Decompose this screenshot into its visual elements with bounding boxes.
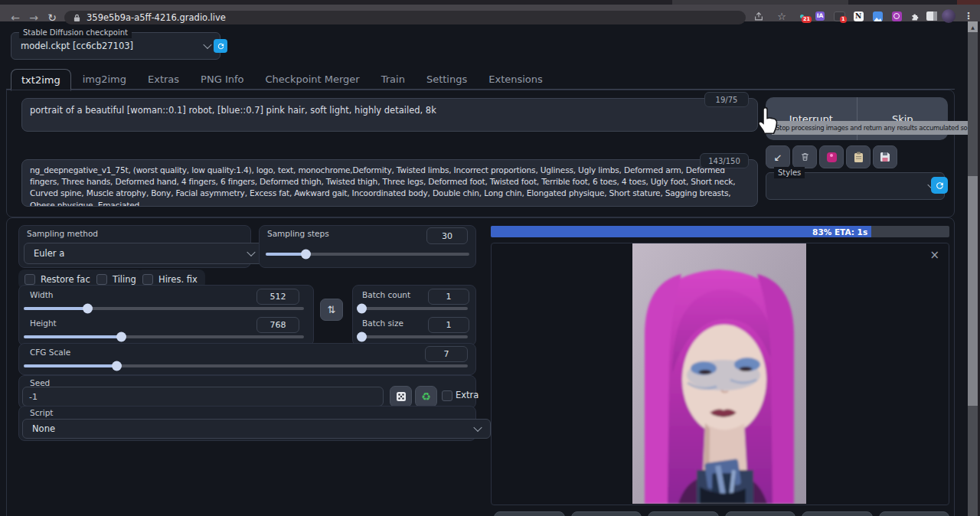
recycle-icon: ♻ [421, 390, 431, 403]
styles-dropdown[interactable]: Styles [766, 172, 945, 200]
address-bar[interactable]: 359e5b9a-a5ff-4216.gradio.live [64, 11, 746, 24]
tooltip: Stop processing images and return any re… [772, 121, 968, 135]
batch-count-value[interactable]: 1 [428, 289, 469, 305]
floppy-save-icon [880, 152, 890, 162]
sidebar-panel-icon[interactable] [925, 11, 939, 21]
close-preview-icon[interactable]: × [929, 248, 939, 262]
scrollbar-up-arrow[interactable]: ▲ [968, 21, 978, 32]
extension-image-icon[interactable] [871, 11, 884, 21]
generated-image[interactable] [632, 243, 806, 504]
palette-icon [827, 152, 837, 162]
sampling-steps-slider[interactable] [266, 250, 469, 258]
checkbox-icon [142, 274, 153, 285]
url-text: 359e5b9a-a5ff-4216.gradio.live [87, 12, 226, 23]
seed-extra-label: Extra [456, 390, 479, 400]
random-seed-button[interactable] [390, 386, 412, 407]
puzzle-extensions-icon[interactable] [908, 11, 922, 21]
script-dropdown[interactable]: None [22, 419, 491, 439]
seed-extra-checkbox[interactable] [442, 390, 452, 401]
checkpoint-label: Stable Diffusion checkpoint [19, 27, 132, 38]
tab-settings[interactable]: Settings [416, 69, 477, 90]
browser-menu-icon[interactable]: ⋮ [962, 11, 975, 21]
width-value[interactable]: 512 [256, 289, 299, 305]
checkbox-icon [24, 274, 35, 285]
cfg-scale-label: CFG Scale [30, 348, 70, 357]
progress-label: 83% ETA: 1s [812, 227, 871, 237]
gallery-action-button[interactable] [802, 511, 873, 516]
lock-icon [74, 14, 80, 22]
checkpoint-dropdown[interactable]: Stable Diffusion checkpoint model.ckpt [… [11, 32, 220, 60]
extension-badge: 21 [802, 16, 812, 23]
gallery-action-button[interactable] [648, 511, 719, 516]
dice-icon [396, 391, 407, 402]
cfg-scale-slider[interactable] [24, 362, 468, 370]
tab-img2img[interactable]: img2img [73, 69, 136, 90]
refresh-icon [935, 181, 945, 191]
extension-notion-icon[interactable]: N [851, 11, 865, 21]
extension-ia-icon[interactable]: IA [813, 11, 827, 21]
cursor-pointer [756, 106, 781, 141]
clipboard-icon [854, 152, 864, 163]
cfg-scale-value[interactable]: 7 [425, 346, 468, 362]
cfg-scale-block: CFG Scale 7 [18, 343, 476, 375]
width-slider[interactable] [24, 305, 304, 312]
reuse-seed-button[interactable]: ♻ [415, 386, 437, 407]
back-icon[interactable]: ← [8, 10, 23, 25]
share-icon[interactable] [752, 11, 766, 21]
arrow-down-left-icon: ↙ [774, 152, 782, 163]
app-window: ← → ↻ 359e5b9a-a5ff-4216.gradio.live ☆ 2… [0, 0, 980, 516]
batch-size-slider[interactable] [359, 333, 468, 341]
extension-pin-icon[interactable]: 21 [795, 11, 808, 21]
save-style-button[interactable] [873, 145, 897, 168]
tab-txt2img[interactable]: txt2img [11, 69, 71, 91]
sampling-steps-value[interactable]: 30 [426, 227, 468, 244]
tab-png-info[interactable]: PNG Info [191, 69, 253, 90]
paste-generation-params-button[interactable]: ↙ [766, 145, 790, 168]
width-label: Width [30, 290, 54, 299]
swap-arrows-icon: ⇅ [328, 304, 336, 315]
progress-bar: 83% ETA: 1s [491, 226, 949, 237]
tab-extensions[interactable]: Extensions [479, 69, 553, 90]
tab-train[interactable]: Train [371, 69, 415, 90]
reload-icon[interactable]: ↻ [44, 10, 60, 25]
forward-icon[interactable]: → [26, 10, 41, 25]
swap-width-height-button[interactable]: ⇅ [320, 299, 343, 321]
height-value[interactable]: 768 [256, 317, 299, 333]
refresh-checkpoints-button[interactable] [214, 39, 227, 53]
gallery-action-button[interactable] [571, 511, 642, 516]
refresh-icon [217, 42, 225, 51]
seed-input[interactable]: -1 [22, 387, 384, 407]
dimensions-block: Width 512 Height 768 [18, 285, 314, 346]
batch-size-value[interactable]: 1 [428, 317, 469, 333]
scrollbar-thumb[interactable] [968, 176, 978, 406]
prompt-textarea[interactable]: portrait of a beautiful [woman::0.1] rob… [21, 98, 758, 132]
prompt-token-counter: 19/75 [704, 92, 749, 107]
seed-block: Seed -1 ♻ Extra [18, 375, 476, 409]
apply-styles-button[interactable] [846, 145, 871, 168]
script-label: Script [30, 408, 53, 417]
progress-fill: 83% ETA: 1s [491, 226, 871, 237]
browser-toolbar: ← → ↻ 359e5b9a-a5ff-4216.gradio.live ☆ 2… [0, 5, 980, 21]
sampling-steps-label: Sampling steps [267, 229, 329, 238]
refresh-styles-button[interactable] [931, 177, 948, 194]
negative-prompt-textarea[interactable]: ng_deepnegative_v1_75t, (worst quality, … [21, 159, 758, 207]
bookmark-star-icon[interactable]: ☆ [775, 11, 789, 21]
clear-prompt-button[interactable] [792, 145, 817, 168]
tab-extras[interactable]: Extras [138, 69, 189, 90]
checkpoint-value: model.ckpt [cc6cb27103] [21, 41, 133, 51]
batch-block: Batch count 1 Batch size 1 [352, 285, 476, 346]
chevron-down-icon [247, 248, 255, 256]
sampling-method-dropdown[interactable]: Euler a [24, 243, 264, 264]
profile-avatar[interactable] [942, 9, 956, 23]
tab-checkpoint-merger[interactable]: Checkpoint Merger [255, 69, 369, 90]
chevron-down-icon [203, 41, 211, 49]
batch-count-slider[interactable] [359, 305, 468, 312]
extra-networks-button[interactable] [819, 145, 844, 168]
gallery-action-button[interactable] [494, 511, 565, 516]
gallery-action-button[interactable] [725, 511, 796, 516]
tab-bar: txt2img img2img Extras PNG Info Checkpoi… [11, 69, 553, 91]
extension-capture-icon[interactable]: 1 [832, 11, 846, 21]
gallery-action-button[interactable] [879, 511, 950, 516]
height-slider[interactable] [24, 333, 304, 341]
extension-office-icon[interactable] [890, 11, 903, 21]
